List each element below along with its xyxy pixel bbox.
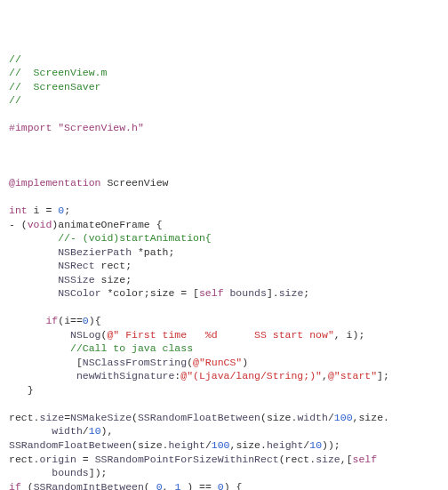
code-token: ,size. [353, 412, 389, 423]
code-token: size [279, 287, 304, 299]
code-token: 10 [309, 439, 322, 451]
code-token: ( [132, 412, 138, 423]
code-line [9, 301, 439, 315]
code-token: @"RunCS" [193, 357, 242, 368]
code-line: int i = 0; [9, 204, 439, 218]
code-token: ,size. [230, 439, 267, 451]
code-token: , i); [334, 329, 365, 341]
code-token: if [45, 315, 58, 326]
code-token: (rect. [279, 454, 316, 465]
code-token: size; [95, 274, 132, 285]
code-line: if(i==0){ [9, 314, 439, 328]
code-line: // [9, 93, 439, 108]
code-token: SSRandomPointForSizeWithinRect [95, 454, 279, 465]
code-token: (size. [260, 412, 297, 423]
code-token: ,[ [340, 454, 353, 465]
code-token: / [328, 412, 334, 423]
code-token: 100 [334, 412, 353, 423]
code-line: NSLog(@" First time %d SS start now", i)… [9, 328, 439, 342]
code-line: if (SSRandomIntBetween( 0, 1 ) == 0) { [9, 480, 439, 490]
code-token: // [9, 53, 21, 65]
code-token: 0 [83, 315, 89, 326]
code-token [9, 467, 52, 478]
code-line [9, 163, 439, 177]
code-token: // ScreenView.m [9, 67, 107, 78]
code-token: = [64, 412, 70, 423]
code-line: bounds]); [9, 466, 439, 480]
code-token: i = [28, 205, 59, 216]
code-line: // ScreenSaver [9, 80, 439, 94]
code-token: // [9, 94, 21, 106]
code-token [9, 370, 76, 382]
code-token: bounds [229, 287, 266, 299]
code-line: #import "ScreenView.h" [9, 121, 439, 135]
code-token: *color;size = [ [101, 287, 199, 299]
code-token: ScreenView [101, 177, 169, 189]
code-token [9, 329, 70, 341]
code-token: size [316, 454, 340, 465]
code-line [9, 397, 439, 411]
code-line: NSBezierPath *path; [9, 245, 439, 260]
code-line: NSSize size; [9, 273, 439, 287]
code-token: NSRect [58, 260, 94, 271]
code-token: self [353, 454, 378, 465]
code-token: SSRandomIntBetween [34, 481, 144, 490]
code-token: , [163, 481, 175, 490]
code-token: / [83, 425, 89, 437]
code-token [9, 260, 58, 271]
code-token: @"(Ljava/lang/String;)" [180, 370, 322, 382]
code-line: //- (void)startAnimation{ [9, 231, 439, 245]
code-token: ( [144, 481, 156, 490]
code-token: NSLog [70, 329, 101, 341]
code-token: NSSize [58, 274, 94, 285]
code-token: ), [101, 425, 114, 437]
code-token: (size. [132, 439, 168, 451]
code-line: SSRandomFloatBetween(size.height/100,siz… [9, 438, 439, 453]
code-token: 100 [212, 439, 230, 451]
code-token [9, 246, 58, 258]
code-line: } [9, 383, 439, 398]
code-token: (i== [58, 315, 83, 326]
code-token: ) == [180, 481, 217, 490]
code-token: ; [64, 205, 70, 216]
code-token [9, 425, 52, 437]
code-token: ]); [89, 467, 108, 478]
code-token: height [168, 439, 204, 451]
code-token: )animateOneFrame { [52, 219, 162, 230]
code-line: rect.size=NSMakeSize(SSRandomFloatBetwee… [9, 411, 439, 425]
code-token: NSColor [58, 287, 100, 299]
code-line: [NSClassFromString(@"RunCS") [9, 356, 439, 370]
code-token: *path; [132, 246, 174, 258]
code-token: if [9, 481, 21, 490]
code-token: width [297, 412, 328, 423]
code-token: rect; [95, 260, 132, 271]
code-line: // ScreenView.m [9, 66, 439, 80]
code-token: } [9, 384, 34, 396]
code-line: - (void)animateOneFrame { [9, 218, 439, 232]
code-token: rect. [9, 454, 40, 465]
code-token: NSMakeSize [70, 412, 132, 423]
code-line: NSRect rect; [9, 259, 439, 273]
code-token [9, 287, 58, 299]
code-token: // ScreenSaver [9, 81, 101, 92]
code-token: 10 [89, 425, 101, 437]
code-token: height [267, 439, 303, 451]
code-token: 0 [156, 481, 163, 490]
code-token: bounds [52, 467, 88, 478]
code-token: size [40, 412, 65, 423]
code-token: ( [21, 481, 34, 490]
code-token: [ [9, 357, 83, 368]
code-token: ){ [89, 315, 101, 326]
code-token [9, 315, 45, 326]
code-token: SSRandomFloatBetween [9, 439, 132, 451]
code-line: rect.origin = SSRandomPointForSizeWithin… [9, 453, 439, 467]
code-token: NSClassFromString [83, 357, 187, 368]
code-token: ) { [224, 481, 243, 490]
code-token: )); [322, 439, 340, 451]
code-line [9, 149, 439, 163]
code-token: , [322, 370, 328, 382]
code-token: origin [40, 454, 76, 465]
code-line: NSColor *color;size = [self bounds].size… [9, 286, 439, 301]
code-token: @implementation [9, 177, 101, 189]
code-token: ; [303, 287, 309, 299]
